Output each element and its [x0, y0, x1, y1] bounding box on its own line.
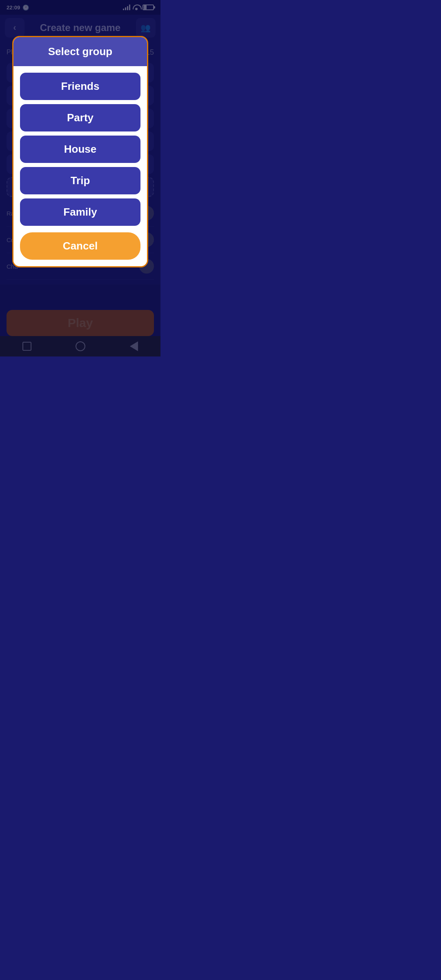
select-group-dialog: Select group Friends Party House Trip Fa… — [12, 36, 148, 267]
dialog-header: Select group — [13, 37, 147, 66]
group-option-party[interactable]: Party — [20, 104, 140, 131]
cancel-button[interactable]: Cancel — [20, 232, 140, 260]
group-option-house[interactable]: House — [20, 136, 140, 163]
group-option-trip[interactable]: Trip — [20, 167, 140, 194]
group-option-friends[interactable]: Friends — [20, 73, 140, 100]
dialog-body: Friends Party House Trip Family Cancel — [13, 66, 147, 266]
dialog-title: Select group — [48, 45, 112, 58]
group-option-family[interactable]: Family — [20, 198, 140, 226]
